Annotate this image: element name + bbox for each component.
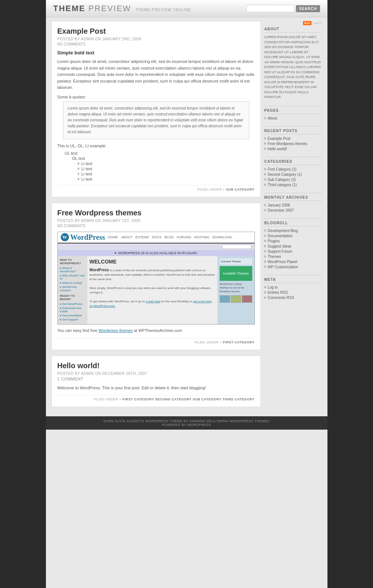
wp-nav-blog: BLOG (164, 235, 174, 239)
sidebar-arrow-bl2 (264, 239, 266, 242)
filed-category-link-wp[interactable]: FIRST CATEGORY (223, 340, 255, 344)
wp-download-install: ▸ Download and Install (60, 306, 85, 313)
post-title-wp: Free Wordpress themes (57, 209, 255, 217)
post-title-example: Example Post (57, 27, 255, 36)
wp-new-to-wp: NEW TO WORDPRESS? (60, 258, 85, 265)
wp-right-mini: Current Theme Available Themes WordPress… (217, 256, 254, 324)
sidebar-link-bl1[interactable]: Documentation (268, 234, 293, 238)
sidebar-link-m0[interactable]: Log in (268, 285, 278, 289)
sidebar-arrow-cat1 (264, 173, 266, 176)
sidebar-link-m1[interactable]: Entries RSS (268, 290, 288, 295)
post-wp-themes: Free Wordpress themes POSTED BY ADMIN ON… (51, 203, 261, 350)
post-meta-example: POSTED BY ADMIN ON JANUARY 2ND, 2008 (57, 37, 255, 41)
sidebar-recent-post-2: Hello world! (264, 147, 322, 151)
sidebar-arrow-rp2 (264, 147, 266, 150)
search-button[interactable]: SEARCH (296, 5, 320, 12)
sidebar-link-bl5[interactable]: Themes (268, 255, 281, 259)
wp-search-input[interactable] (222, 245, 252, 249)
sidebar-link-arc1[interactable]: December 2007 (268, 208, 294, 212)
footer-powered: POWERED BY WORDPRESS (51, 423, 322, 427)
wp-nav-download: DOWNLOAD (212, 235, 232, 239)
wp-thumb-2 (231, 295, 241, 303)
sidebar-recent-posts-heading: RECENT POSTS (264, 129, 322, 134)
sidebar-categories: CATEGORIES First Category (2) Second Cat… (264, 159, 322, 187)
list-area: UL text OL text Li text Li text Li text … (65, 151, 255, 181)
wp-thumbnails (220, 295, 252, 303)
sidebar-about-text: LOREM IPSUM DOLOR SIT AMET, CONSECTETUR … (264, 35, 322, 100)
sidebar-link-bl6[interactable]: WordPress Planet (268, 260, 297, 264)
sidebar-arrow-arc1 (264, 209, 266, 212)
wp-thumb-1 (220, 295, 230, 303)
sidebar-link-rp2[interactable]: Hello world! (268, 147, 287, 151)
sidebar-archives: MONTHLY ARCHIVES January 2008 December 2… (264, 195, 322, 212)
post-hello: Hello world! POSTED BY ADMIN ON DECEMBER… (51, 356, 261, 407)
sidebar-link-bl3[interactable]: Suggest Ideas (268, 244, 292, 248)
sidebar-archive-0: January 2008 (264, 203, 322, 207)
sidebar: RSS .com™ ABOUT LOREM IPSUM DOLOR SIT AM… (264, 21, 322, 413)
filed-category-link-example[interactable]: SUB CATEGORY (226, 188, 255, 191)
sidebar-link-bl4[interactable]: Support Forum (268, 249, 293, 253)
post-meta-hello: POSTED BY ADMIN ON DECEMBER 28TH, 2007 (57, 372, 255, 376)
sidebar-link-about[interactable]: About (268, 116, 277, 120)
filed-category-link-hello[interactable]: FIRST CATEGORY SECOND CATEGORY SUB CATEG… (122, 397, 254, 401)
wp-ready-to-begin: READY TO BEGIN? (60, 294, 85, 301)
sidebar-divider-6 (264, 275, 322, 275)
list-item-li2: Li text (78, 167, 255, 171)
sidebar-arrow-bl5 (264, 255, 266, 258)
list-item-ol: OL text (72, 156, 255, 161)
sidebar-arrow-arc0 (264, 204, 266, 206)
wp-nav-about: ABOUT (121, 235, 133, 239)
wp-nav-hosting: HOSTING (194, 235, 209, 239)
blockquote-label: Some b-quotes: (57, 95, 255, 99)
wp-nav-extend: EXTEND (136, 235, 149, 239)
post-comments-wp: NO COMMENTS (57, 224, 255, 228)
post-meta-wp: POSTED BY ADMIN ON JANUARY 1ST, 2008 (57, 219, 255, 223)
wp-thumb-3 (242, 295, 252, 303)
sidebar-arrow-bl0 (264, 229, 266, 232)
sidebar-arrow-rp1 (264, 142, 266, 145)
wp-available-themes: Available Themes (223, 272, 249, 275)
sidebar-link-bl7[interactable]: WP Customization (268, 265, 298, 269)
header-title-area: THEME PREVIEW THEME PREVIEW TAGLINE (53, 4, 191, 13)
sidebar-link-cat2[interactable]: Sub Category (2) (268, 178, 296, 182)
sidebar-arrow-bl4 (264, 250, 266, 253)
sidebar-recent-posts: RECENT POSTS Example Post Free Wordpress… (264, 129, 322, 151)
sidebar-meta: META Log in Entries RSS Comments RSS (264, 278, 322, 300)
post-title-hello: Hello world! (57, 362, 255, 370)
sidebar-link-rp0[interactable]: Example Post (268, 137, 291, 141)
sidebar-divider-1 (264, 106, 322, 106)
sidebar-link-arc0[interactable]: January 2008 (268, 203, 290, 207)
wp-webhost-link[interactable]: a web host (146, 300, 160, 303)
sidebar-arrow-m2 (264, 296, 266, 299)
list-item-li4: Li text (78, 177, 255, 181)
search-input[interactable] (246, 5, 294, 12)
wp-search-bar (58, 243, 254, 250)
footer-text: DARN SLICK GADGETS WORDPRESS THEME BY AN… (51, 419, 322, 423)
wp-body: NEW TO WORDPRESS? ▸ What is WordPress? ▸… (58, 256, 254, 324)
sidebar-recent-post-1: Free Wordpress themes (264, 142, 322, 146)
sidebar-link-m2[interactable]: Comments RSS (268, 296, 294, 300)
wp-what-is-blog: ▸ What is a blog? (60, 281, 85, 285)
site-footer: DARN SLICK GADGETS WORDPRESS THEME BY AN… (46, 416, 327, 430)
sidebar-link-bl0[interactable]: Development Blog (268, 229, 298, 233)
sidebar-link-cat0[interactable]: First Category (2) (268, 167, 297, 171)
post-body-wp: You can easy find free Wordpress themes … (57, 327, 255, 334)
content-area: Example Post POSTED BY ADMIN ON JANUARY … (46, 17, 327, 416)
sidebar-link-cat1[interactable]: Second Category (1) (268, 172, 302, 177)
sidebar-link-bl2[interactable]: Plugins (268, 239, 280, 243)
sidebar-arrow-m0 (264, 286, 266, 289)
sidebar-link-rp1[interactable]: Free Wordpress themes (268, 142, 307, 146)
wp-logo: W WordPress (61, 233, 105, 242)
wp-nav-docs: DOCS (152, 235, 161, 239)
sidebar-blogroll-6: WordPress Planet (264, 260, 322, 264)
sidebar-blogroll-4: Support Forum (264, 249, 322, 253)
list-item-ul: UL text (65, 151, 255, 155)
filed-under-wp: FILED UNDER » FIRST CATEGORY (57, 338, 255, 344)
wp-themes-link[interactable]: Wordpress themes (99, 328, 133, 333)
sidebar-cat-3: Third category (1) (264, 183, 322, 187)
sidebar-link-cat3[interactable]: Third category (1) (268, 183, 297, 187)
wp-get-support: ▸ Get Support (60, 318, 85, 321)
wp-what-is: ▸ What is WordPress? (60, 266, 85, 273)
sidebar-meta-2: Comments RSS (264, 296, 322, 300)
filed-under-example: FILED UNDER » SUB CATEGORY (57, 185, 255, 191)
